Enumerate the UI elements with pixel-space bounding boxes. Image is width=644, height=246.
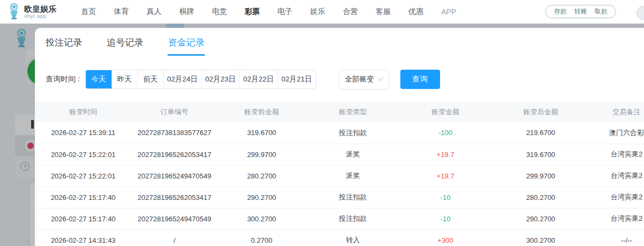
- cell-change: +19.7: [400, 165, 491, 187]
- nav-item-home[interactable]: 首页: [81, 7, 96, 17]
- cell-order: 2027281965262053417: [131, 187, 217, 208]
- cell-type: 派奖: [306, 144, 400, 165]
- brand-domain: ohyl.app: [24, 13, 56, 19]
- transfer-button[interactable]: 转账: [574, 7, 587, 16]
- deposit-button[interactable]: 存款: [554, 7, 567, 16]
- cell-type: 转入: [306, 229, 400, 246]
- query-button[interactable]: 查询: [400, 70, 440, 89]
- brand-name: 欧皇娱乐: [24, 5, 56, 13]
- cell-before: 300.2700: [217, 208, 306, 229]
- trophy-logo-icon: [8, 3, 20, 20]
- cell-type: 投注扣款: [306, 122, 400, 144]
- cell-order: /: [131, 229, 217, 246]
- nav-item-slots[interactable]: 电子: [277, 7, 292, 17]
- tab-fund-records[interactable]: 资金记录: [168, 36, 204, 56]
- nav-item-app[interactable]: APP: [441, 8, 456, 16]
- change-type-select[interactable]: 全部账变: [339, 70, 389, 90]
- cell-after: 219.6700: [491, 122, 590, 144]
- change-type-value: 全部账变: [345, 74, 374, 84]
- table-row: 2026-02-27 15:22:01 2027281965249470549 …: [35, 165, 644, 187]
- cell-remark: 台湾宾果2: [590, 208, 644, 229]
- cell-change: +300: [400, 229, 491, 246]
- table-row: 2026-02-27 15:22:01 2027281965262053417 …: [35, 144, 644, 165]
- screen: 欧皇娱乐 ohyl.app 首页 体育 真人 棋牌 电竞 彩票 电子 娱乐 合营…: [0, 0, 644, 246]
- chevron-down-icon: [377, 75, 383, 81]
- cell-change: +19.7: [400, 144, 491, 165]
- date-option-yesterday[interactable]: 昨天: [112, 70, 137, 88]
- withdraw-button[interactable]: 取款: [595, 7, 608, 16]
- nav-item-lottery[interactable]: 彩票: [245, 7, 260, 17]
- fund-records-table: 账变时间 订单编号 账变前金额 账变类型 账变金额 账变后金额 交易备注 202…: [35, 102, 644, 246]
- date-range-segmented-control: 今天 昨天 前天 02月24日 02月23日 02月22日 02月21日: [85, 70, 316, 89]
- nav-item-entertainment[interactable]: 娱乐: [310, 7, 325, 17]
- avatar[interactable]: [636, 6, 644, 20]
- cell-remark: 澳门六合彩: [590, 122, 644, 144]
- cell-remark: 台湾宾果2: [590, 165, 644, 187]
- col-order-no: 订单编号: [131, 102, 217, 122]
- brand-text: 欧皇娱乐 ohyl.app: [24, 5, 56, 19]
- cell-after: 319.6700: [491, 144, 590, 165]
- date-option-0224[interactable]: 02月24日: [163, 70, 201, 88]
- cell-before: 319.6700: [217, 122, 306, 144]
- date-option-day-before[interactable]: 前天: [137, 70, 163, 88]
- cell-time: 2026-02-27 15:22:01: [35, 144, 131, 165]
- query-time-label: 查询时间 :: [46, 74, 80, 84]
- date-option-today[interactable]: 今天: [86, 70, 112, 88]
- cell-type: 派奖: [306, 165, 400, 187]
- main-nav: 首页 体育 真人 棋牌 电竞 彩票 电子 娱乐 合营 客服 优惠 APP: [81, 7, 474, 17]
- table-row: 2026-02-27 14:31:43 / 0.2700 转入 +300 300…: [35, 229, 644, 246]
- cell-time: 2026-02-27 15:39:11: [35, 122, 131, 144]
- table-row: 2026-02-27 15:17:40 2027281965262053417 …: [35, 187, 644, 208]
- fund-records-table-wrap: 账变时间 订单编号 账变前金额 账变类型 账变金额 账变后金额 交易备注 202…: [35, 102, 644, 246]
- cell-change: -10: [400, 208, 491, 229]
- cell-order: 2027287381383577627: [131, 122, 217, 144]
- cell-time: 2026-02-27 15:22:01: [35, 165, 131, 187]
- col-before-amount: 账变前金额: [217, 102, 306, 122]
- cell-after: 290.2700: [491, 208, 590, 229]
- col-change-amount: 账变金额: [400, 102, 491, 122]
- table-header-row: 账变时间 订单编号 账变前金额 账变类型 账变金额 账变后金额 交易备注: [35, 102, 644, 122]
- date-option-0221[interactable]: 02月21日: [277, 70, 316, 88]
- cell-remark: --/--: [590, 229, 644, 246]
- nav-item-live[interactable]: 真人: [147, 7, 162, 17]
- cell-time: 2026-02-27 15:17:40: [35, 187, 131, 208]
- cell-after: 280.2700: [491, 187, 590, 208]
- nav-item-promos[interactable]: 优惠: [408, 7, 423, 17]
- cell-order: 2027281965249470549: [131, 165, 217, 187]
- col-remark: 交易备注: [590, 102, 644, 122]
- cell-remark: 台湾宾果2: [590, 187, 644, 208]
- cell-time: 2026-02-27 15:17:40: [35, 208, 131, 229]
- filter-row: 查询时间 : 今天 昨天 前天 02月24日 02月23日 02月22日 02月…: [46, 70, 644, 89]
- cell-type: 投注扣款: [306, 208, 400, 229]
- date-option-0223[interactable]: 02月23日: [201, 70, 239, 88]
- cell-before: 290.2700: [217, 187, 306, 208]
- cell-remark: 台湾宾果2: [590, 144, 644, 165]
- cell-time: 2026-02-27 14:31:43: [35, 229, 131, 246]
- nav-item-partnership[interactable]: 合营: [343, 7, 358, 17]
- nav-item-chess[interactable]: 棋牌: [179, 7, 194, 17]
- cell-after: 299.9700: [491, 165, 590, 187]
- top-bar: 欧皇娱乐 ohyl.app 首页 体育 真人 棋牌 电竞 彩票 电子 娱乐 合营…: [0, 0, 644, 24]
- col-change-type: 账变类型: [306, 102, 400, 122]
- nav-item-sports[interactable]: 体育: [114, 7, 129, 17]
- cell-before: 280.2700: [217, 165, 306, 187]
- cell-change: -100: [400, 122, 491, 144]
- records-panel: 投注记录 追号记录 资金记录 查询时间 : 今天 昨天 前天 02月24日 02…: [35, 28, 644, 246]
- tab-chase-records[interactable]: 追号记录: [107, 36, 143, 56]
- brand-logo[interactable]: 欧皇娱乐 ohyl.app: [8, 3, 56, 20]
- wallet-action-group: 存款 转账 取款: [545, 5, 616, 18]
- nav-item-support[interactable]: 客服: [376, 7, 391, 17]
- cell-change: -10: [400, 187, 491, 208]
- cell-order: 2027281965262053417: [131, 144, 217, 165]
- record-tabs: 投注记录 追号记录 资金记录: [35, 28, 644, 56]
- nav-item-esports[interactable]: 电竞: [212, 7, 227, 17]
- cell-order: 2027281965249470549: [131, 208, 217, 229]
- table-row: 2026-02-27 15:17:40 2027281965249470549 …: [35, 208, 644, 229]
- cell-before: 299.9700: [217, 144, 306, 165]
- cell-after: 300.2700: [491, 229, 590, 246]
- cell-before: 0.2700: [217, 229, 306, 246]
- tab-bet-records[interactable]: 投注记录: [46, 36, 82, 56]
- cell-type: 投注扣款: [306, 187, 400, 208]
- date-option-0222[interactable]: 02月22日: [239, 70, 277, 88]
- col-after-amount: 账变后金额: [491, 102, 590, 122]
